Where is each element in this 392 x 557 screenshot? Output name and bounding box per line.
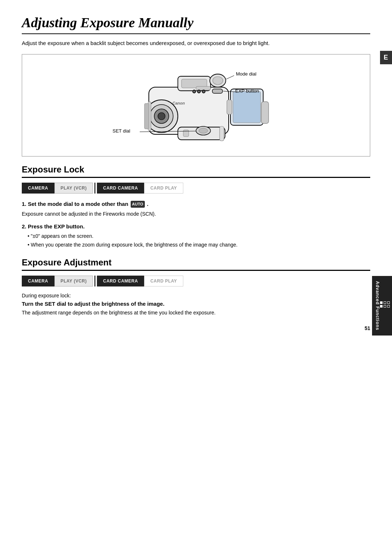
- adv-sq-4: [384, 305, 386, 308]
- title-underline: [22, 33, 370, 34]
- svg-text:Mode dial: Mode dial: [236, 71, 256, 77]
- svg-rect-24: [261, 102, 269, 123]
- exposure-adjustment-heading: Exposure Adjustment: [22, 257, 370, 268]
- adv-sq-3: [384, 301, 386, 304]
- svg-rect-17: [183, 130, 189, 137]
- step-2: 2. Press the EXP button. "±0" appears on…: [22, 222, 370, 249]
- svg-text:Canon: Canon: [172, 101, 185, 105]
- svg-rect-6: [144, 103, 149, 129]
- svg-point-19: [193, 90, 196, 93]
- auto-icon: AUTO: [131, 201, 145, 208]
- advanced-functions-label: Advanced Functions: [375, 281, 380, 330]
- svg-point-10: [213, 77, 223, 85]
- page-number: 51: [364, 325, 370, 331]
- camera-mode-btn[interactable]: CAMERA: [22, 183, 54, 194]
- adv-squares: [380, 301, 390, 308]
- svg-rect-18: [220, 126, 224, 141]
- svg-rect-14: [233, 92, 261, 123]
- e-tab-label: E: [384, 54, 388, 61]
- svg-rect-15: [227, 100, 232, 114]
- mode-bar-1: CAMERA PLAY (VCR) CARD CAMERA CARD PLAY: [22, 182, 370, 194]
- exposure-lock-heading: Exposure Lock: [22, 164, 370, 175]
- intro-text: Adjust the exposure when a backlit subje…: [22, 39, 327, 48]
- step-1: 1. Set the mode dial to a mode other tha…: [22, 200, 370, 218]
- mode-separator-1: [94, 183, 95, 194]
- adv-sq-6: [380, 305, 383, 308]
- adv-sq-2: [387, 305, 390, 308]
- camcorder-illustration: Mode dial EXP button SET dial Canon: [105, 65, 287, 145]
- step-2-bullet-1: "±0" appears on the screen.: [28, 232, 370, 240]
- mode-bar-2: CAMERA PLAY (VCR) CARD CAMERA CARD PLAY: [22, 275, 370, 287]
- svg-rect-11: [212, 89, 222, 93]
- step-2-title: 2. Press the EXP button.: [22, 222, 370, 231]
- turn-set-dial-text: Turn the SET dial to adjust the brightne…: [22, 301, 370, 307]
- card-play-mode-btn-2[interactable]: CARD PLAY: [144, 276, 183, 286]
- adv-sq-1: [387, 301, 390, 304]
- mode-separator-2: [94, 276, 95, 286]
- step-1-sub: Exposure cannot be adjusted in the Firew…: [22, 210, 370, 218]
- card-camera-mode-btn[interactable]: CARD CAMERA: [97, 183, 144, 194]
- advanced-functions-tab: Advanced Functions: [372, 276, 392, 336]
- svg-text:EXP button: EXP button: [235, 88, 259, 94]
- svg-rect-12: [196, 86, 211, 90]
- play-vcr-mode-btn-2[interactable]: PLAY (VCR): [54, 276, 93, 286]
- adv-sq-5: [380, 301, 383, 304]
- step-2-bullet-1-text: "±0" appears on the screen.: [31, 233, 94, 239]
- play-vcr-mode-btn[interactable]: PLAY (VCR): [54, 183, 93, 194]
- exposure-lock-rule: [22, 177, 370, 178]
- svg-text:SET dial: SET dial: [113, 128, 130, 134]
- card-camera-mode-btn-2[interactable]: CARD CAMERA: [97, 276, 144, 286]
- svg-line-26: [226, 76, 234, 79]
- exposure-adjustment-rule: [22, 270, 370, 271]
- page-title: Adjusting Exposure Manually: [22, 15, 370, 31]
- step-1-title: 1. Set the mode dial to a mode other tha…: [22, 200, 370, 208]
- during-text: During exposure lock:: [22, 293, 370, 298]
- svg-point-21: [202, 90, 205, 93]
- svg-point-20: [197, 90, 200, 93]
- svg-point-4: [158, 113, 165, 120]
- card-play-mode-btn[interactable]: CARD PLAY: [144, 183, 183, 194]
- exposure-lock-section: Exposure Lock CAMERA PLAY (VCR) CARD CAM…: [22, 164, 370, 249]
- e-tab: E: [380, 51, 392, 64]
- step-2-bullet-2: When you operate the zoom during exposur…: [28, 241, 370, 249]
- svg-point-23: [199, 128, 208, 133]
- camera-diagram: Mode dial EXP button SET dial Canon: [22, 54, 370, 156]
- adjust-desc: The adjustment range depends on the brig…: [22, 309, 370, 317]
- camera-mode-btn-2[interactable]: CAMERA: [22, 276, 54, 286]
- exposure-adjustment-section: Exposure Adjustment CAMERA PLAY (VCR) CA…: [22, 257, 370, 317]
